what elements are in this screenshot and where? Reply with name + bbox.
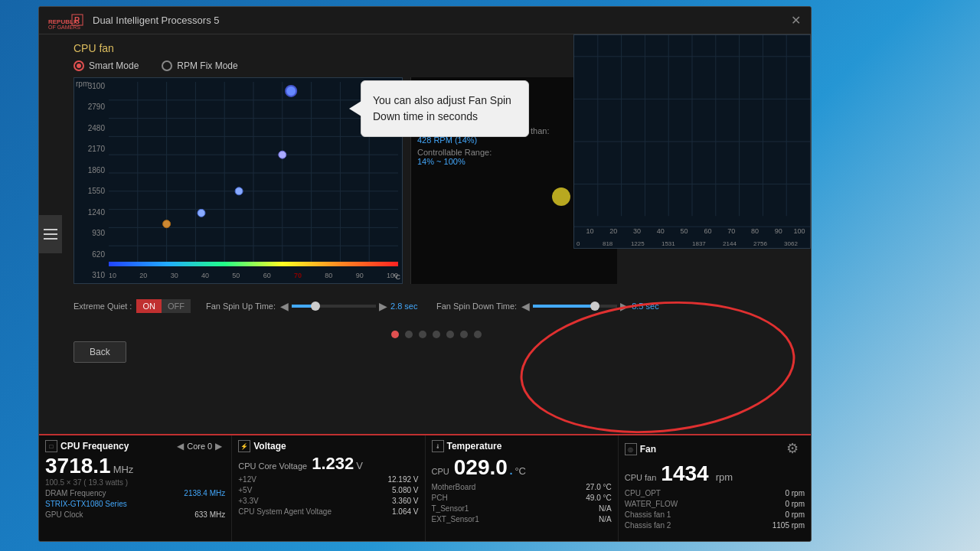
bottom-bar: □ CPU Frequency ◀ Core 0 ▶ 3718.1 MHz 10… — [39, 434, 811, 541]
dot-2[interactable] — [405, 331, 413, 338]
spin-down-thumb[interactable] — [590, 302, 599, 311]
spin-down-track[interactable] — [533, 305, 617, 308]
cpu-freq-value: 3718.1 — [45, 455, 111, 477]
dot-6[interactable] — [460, 331, 468, 338]
sidebar-toggle[interactable] — [39, 215, 62, 253]
spin-down-left-arrow[interactable]: ◀ — [521, 300, 530, 312]
spin-up-thumb[interactable] — [311, 302, 320, 311]
y-label-5: 1550 — [74, 187, 109, 195]
svg-text:0: 0 — [577, 240, 580, 247]
dot-1[interactable] — [391, 331, 399, 338]
svg-point-28 — [286, 86, 296, 96]
extreme-quiet-label: Extreme Quiet : — [74, 302, 132, 311]
cpu-core-voltage-value: 1.232 — [312, 455, 354, 472]
x-80: 80 — [325, 272, 332, 279]
extreme-quiet-off[interactable]: OFF — [162, 299, 191, 313]
spin-up-value: 2.8 sec — [390, 302, 421, 311]
cpu-freq-title: CPU Frequency — [60, 441, 129, 452]
y-label-6: 1240 — [74, 208, 109, 217]
temp-color-bar — [109, 262, 398, 266]
tooltip-box: You can also adjust Fan Spin Down time i… — [361, 80, 529, 137]
spin-up-left-arrow[interactable]: ◀ — [280, 300, 289, 312]
tooltip-text: You can also adjust Fan Spin Down time i… — [373, 94, 511, 122]
svg-text:60: 60 — [704, 227, 711, 235]
svg-text:R: R — [74, 16, 80, 24]
dot-7[interactable] — [474, 331, 482, 338]
spin-up-track[interactable] — [292, 305, 376, 308]
settings-gear[interactable]: ⚙ — [786, 440, 805, 458]
cpu-fan-label: CPU fan — [625, 473, 657, 482]
extreme-quiet-group: Extreme Quiet : ON OFF — [74, 299, 191, 313]
x-30: 30 — [171, 272, 178, 279]
core-right-arrow[interactable]: ▶ — [212, 441, 225, 452]
cpu-temp-unit: °C — [514, 465, 526, 477]
cpu-frequency-section: □ CPU Frequency ◀ Core 0 ▶ 3718.1 MHz 10… — [39, 435, 232, 541]
cpu-opt-label: CPU_OPT — [625, 489, 661, 497]
cpu-fan-unit: rpm — [716, 471, 733, 483]
spin-down-slider[interactable]: ◀ ▶ 8.5 sec — [521, 300, 662, 312]
cpu-temp-dot: . — [509, 461, 514, 478]
rog-logo: REPUBLIC OF GAMERS R — [47, 11, 85, 30]
spin-up-right-arrow[interactable]: ▶ — [379, 300, 387, 312]
svg-text:1225: 1225 — [631, 240, 645, 247]
ext-sensor-row: EXT_Sensor1 N/A — [432, 515, 612, 523]
temp-header: 🌡 Temperature — [432, 440, 612, 452]
y-label-3: 2170 — [74, 145, 109, 153]
cpu-freq-header: □ CPU Frequency ◀ Core 0 ▶ — [45, 440, 225, 452]
cpu-freq-header-left: □ CPU Frequency — [45, 440, 129, 452]
v5-value: 5.080 V — [392, 486, 418, 494]
spin-down-fill — [533, 305, 596, 308]
extreme-quiet-on[interactable]: ON — [136, 299, 162, 313]
dot-3[interactable] — [419, 331, 426, 338]
cpu-fan-value: 1434 — [661, 461, 708, 486]
spin-up-label: Fan Spin Up Time: — [206, 302, 276, 311]
smart-mode-radio[interactable] — [74, 60, 84, 71]
svg-point-25 — [198, 209, 205, 217]
y-label-2: 2480 — [74, 124, 109, 132]
v33-label: +3.3V — [238, 497, 258, 505]
celsius-label: °C — [393, 273, 400, 281]
cpu-opt-row: CPU_OPT 0 rpm — [625, 489, 805, 497]
cpu-fan-row: CPU fan 1434 rpm — [625, 461, 805, 486]
close-button[interactable]: ✕ — [788, 13, 803, 28]
v12-row: +12V 12.192 V — [238, 475, 418, 484]
x-70: 70 — [294, 272, 302, 279]
menu-icon — [44, 229, 57, 240]
svg-point-26 — [235, 187, 243, 195]
smart-mode-option[interactable]: Smart Mode — [74, 60, 139, 71]
tsensor-label: T_Sensor1 — [432, 504, 469, 513]
spin-up-slider[interactable]: ◀ ▶ 2.8 sec — [280, 300, 421, 312]
cpu-core-voltage-row: CPU Core Voltage 1.232 V — [238, 455, 418, 472]
cpu-freq-unit: MHz — [113, 464, 134, 475]
svg-text:818: 818 — [603, 240, 613, 247]
x-50: 50 — [232, 272, 240, 279]
svg-text:40: 40 — [657, 227, 665, 235]
rpm-fix-radio[interactable] — [162, 60, 172, 71]
dram-value: 2138.4 MHz — [184, 489, 225, 497]
v33-value: 3.360 V — [392, 497, 418, 505]
dot-5[interactable] — [446, 331, 454, 338]
dot-4[interactable] — [433, 331, 440, 338]
cpu-temp-row: CPU 029.0 . °C — [432, 455, 612, 480]
rpm-fix-option[interactable]: RPM Fix Mode — [162, 60, 237, 71]
fan-controls-row: Extreme Quiet : ON OFF Fan Spin Up Time:… — [74, 293, 799, 319]
cursor-dot — [552, 187, 570, 206]
core-left-arrow[interactable]: ◀ — [174, 441, 187, 452]
fan-panel: CPU fan Smart Mode RPM Fix Mode — [62, 34, 811, 377]
chart-y-labels: 3100 2790 2480 2170 1860 1550 1240 930 6… — [74, 78, 109, 283]
svg-text:100: 100 — [793, 227, 805, 235]
back-button[interactable]: Back — [74, 341, 126, 363]
spin-down-right-arrow[interactable]: ▶ — [620, 300, 629, 312]
gpu-row: GPU Clock 633 MHz — [45, 510, 225, 519]
svg-text:1837: 1837 — [692, 240, 706, 247]
fan-icon: ◎ — [625, 443, 637, 455]
temp-header-left: 🌡 Temperature — [432, 440, 502, 452]
extreme-quiet-toggle[interactable]: ON OFF — [136, 299, 191, 313]
voltage-icon: ⚡ — [238, 440, 250, 452]
temperature-section: 🌡 Temperature CPU 029.0 . °C MotherBoard… — [426, 435, 619, 541]
spin-down-value: 8.5 sec — [632, 302, 662, 311]
voltage-header-left: ⚡ Voltage — [238, 440, 286, 452]
dram-row: DRAM Frequency 2138.4 MHz — [45, 489, 225, 497]
strix-label: STRIX-GTX1080 Series — [45, 500, 225, 508]
voltage-section: ⚡ Voltage CPU Core Voltage 1.232 V +12V … — [232, 435, 425, 541]
